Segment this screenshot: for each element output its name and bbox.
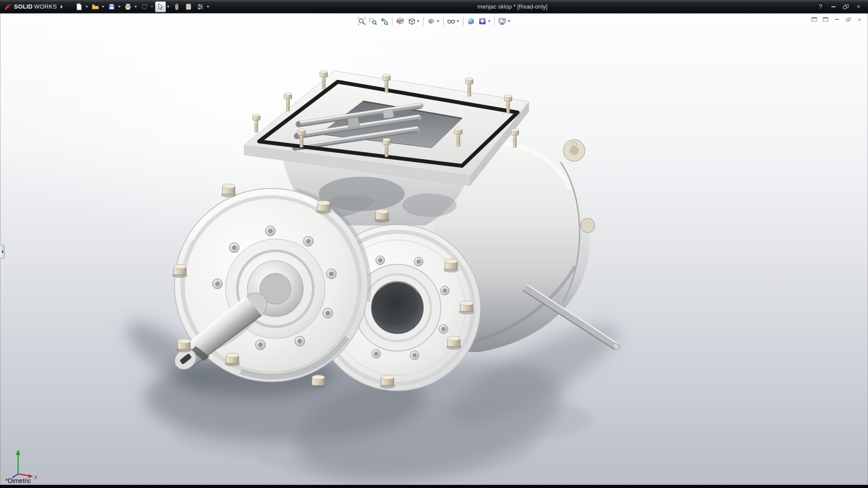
triad-x-label: x <box>34 474 38 480</box>
new-document-icon <box>75 3 83 11</box>
dropdown-arrow-icon[interactable] <box>416 17 420 26</box>
file-properties-button[interactable] <box>183 1 194 12</box>
select-button[interactable] <box>155 1 170 12</box>
model-3d-view[interactable] <box>0 13 868 485</box>
select-cursor-icon <box>156 3 165 11</box>
titlebar: SOLIDWORKS <box>0 0 868 13</box>
document-minimize-button[interactable] <box>833 16 841 23</box>
minimize-button[interactable] <box>827 2 839 11</box>
display-style-button[interactable] <box>426 16 441 26</box>
apply-scene-icon <box>478 17 487 26</box>
rebuild-button[interactable] <box>171 1 182 12</box>
toolbar-separator <box>463 17 463 25</box>
toolbar-separator <box>392 17 392 25</box>
document-window-button[interactable] <box>810 16 818 23</box>
section-view-icon <box>396 17 405 26</box>
dropdown-arrow-icon[interactable] <box>507 17 511 26</box>
save-icon <box>108 3 116 11</box>
previous-view-icon <box>380 17 389 26</box>
toolbar-separator <box>443 17 443 25</box>
undo-button[interactable] <box>139 1 154 12</box>
open-button[interactable] <box>90 1 105 12</box>
help-button[interactable]: ? <box>815 2 826 11</box>
view-settings-button[interactable] <box>497 16 512 26</box>
zoom-to-area-button[interactable] <box>368 16 378 26</box>
zoom-to-area-icon <box>368 17 377 26</box>
apply-scene-button[interactable] <box>477 16 492 26</box>
brand-works: WORKS <box>34 3 57 10</box>
undo-icon <box>140 3 148 11</box>
dropdown-arrow-icon[interactable] <box>101 1 105 12</box>
document-close-button[interactable]: × <box>855 16 863 23</box>
bottom-edge-bar <box>0 485 868 488</box>
file-properties-icon <box>184 3 193 11</box>
options-icon <box>196 3 204 11</box>
section-view-button[interactable] <box>395 16 406 26</box>
dropdown-arrow-icon[interactable] <box>85 1 89 12</box>
edit-appearance-button[interactable] <box>466 16 476 26</box>
document-window-controls: × <box>810 16 863 23</box>
solidworks-logo: SOLIDWORKS <box>0 3 66 11</box>
toolbar-separator <box>423 17 424 25</box>
restore-button[interactable] <box>840 2 852 11</box>
dropdown-arrow-icon[interactable] <box>150 1 154 12</box>
edit-appearance-icon <box>467 17 476 26</box>
zoom-to-fit-icon <box>357 17 366 26</box>
view-settings-icon <box>498 17 507 26</box>
hide-show-items-button[interactable] <box>446 16 461 26</box>
toolbar-separator <box>494 17 495 25</box>
menu-expand-arrow-icon[interactable] <box>61 5 63 9</box>
dropdown-arrow-icon[interactable] <box>456 17 460 26</box>
chevron-left-icon <box>1 250 3 253</box>
dropdown-arrow-icon[interactable] <box>487 17 491 26</box>
orientation-label: *Dimetric <box>5 477 31 484</box>
ds-logo-icon <box>4 3 13 11</box>
rebuild-icon <box>173 3 181 11</box>
graphics-area[interactable]: × x *Dimetric <box>0 13 868 485</box>
dropdown-arrow-icon[interactable] <box>206 1 210 12</box>
window-controls: ? × <box>815 2 868 11</box>
options-button[interactable] <box>195 1 210 12</box>
zoom-to-fit-button[interactable] <box>356 16 367 26</box>
print-icon <box>124 3 132 11</box>
open-icon <box>91 3 99 11</box>
dropdown-arrow-icon[interactable] <box>166 1 170 12</box>
display-style-icon <box>427 17 436 26</box>
view-orientation-button[interactable] <box>406 16 421 26</box>
new-document-button[interactable] <box>74 1 89 12</box>
heads-up-view-toolbar <box>356 16 512 26</box>
standard-toolbar <box>74 1 210 12</box>
panel-collapse-tab[interactable] <box>0 245 5 258</box>
view-orientation-icon <box>407 17 416 26</box>
document-window-button[interactable] <box>821 16 830 23</box>
window-title: menjac sklop * [Read-only] <box>210 3 815 10</box>
brand-solid: SOLID <box>14 3 33 10</box>
close-button[interactable]: × <box>853 2 864 11</box>
hide-show-items-icon <box>447 17 456 26</box>
document-restore-button[interactable] <box>844 16 852 23</box>
orientation-triad: x <box>5 442 42 481</box>
dropdown-arrow-icon[interactable] <box>436 17 440 26</box>
dropdown-arrow-icon[interactable] <box>133 1 138 12</box>
dropdown-arrow-icon[interactable] <box>117 1 122 12</box>
save-button[interactable] <box>106 1 122 12</box>
print-button[interactable] <box>123 1 138 12</box>
previous-view-button[interactable] <box>379 16 390 26</box>
